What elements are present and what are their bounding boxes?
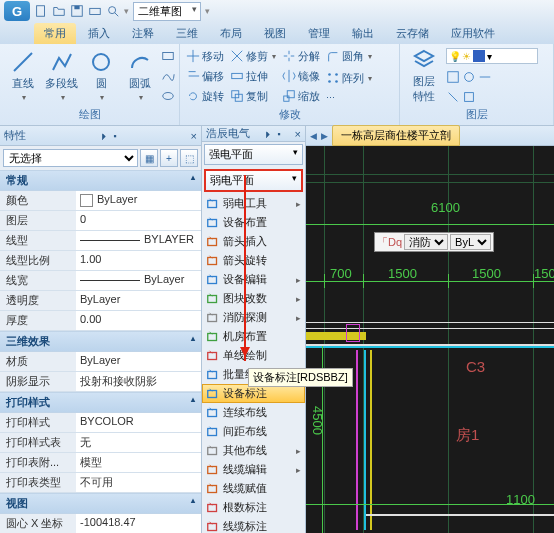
tab-prev[interactable]: ◀	[310, 131, 317, 141]
hc-item-弱电工具[interactable]: 弱电工具	[202, 194, 305, 213]
ribbon-tab-cloud[interactable]: 云存储	[386, 23, 439, 44]
hc-item-连续布线[interactable]: 连续布线	[202, 403, 305, 422]
svg-rect-31	[208, 371, 217, 378]
prop-row[interactable]: 透明度ByLayer	[0, 291, 201, 311]
float-combo-2[interactable]: ByL	[450, 234, 491, 250]
haochen-close[interactable]: ×	[295, 128, 301, 140]
properties-close[interactable]: ×	[191, 130, 197, 142]
hc-item-线缆赋值[interactable]: 线缆赋值	[202, 479, 305, 498]
move-button[interactable]: 移动	[184, 48, 226, 65]
hc-item-单线绘制[interactable]: 单线绘制	[202, 346, 305, 365]
prop-row[interactable]: 线宽ByLayer	[0, 271, 201, 291]
arc-button[interactable]: 圆弧	[122, 46, 159, 106]
trim-button[interactable]: 修剪	[228, 48, 278, 65]
hc-item-设备布置[interactable]: 设备布置	[202, 213, 305, 232]
ribbon-tab-common[interactable]: 常用	[34, 23, 76, 44]
stretch-button[interactable]: 拉伸	[228, 68, 278, 85]
svg-rect-3	[90, 8, 101, 14]
rotate-button[interactable]: 旋转	[184, 88, 226, 105]
ellipse-icon[interactable]	[161, 89, 175, 103]
ribbon-tab-3d[interactable]: 三维	[166, 23, 208, 44]
layer-props-button[interactable]: 图层 特性	[404, 46, 444, 106]
mirror-button[interactable]: 镜像	[280, 68, 322, 85]
svg-rect-0	[37, 6, 45, 17]
svg-rect-37	[208, 485, 217, 492]
layer-tool-1[interactable]	[446, 70, 460, 84]
prop-row[interactable]: 厚度0.00	[0, 311, 201, 331]
hc-item-线缆编辑[interactable]: 线缆编辑	[202, 460, 305, 479]
explode-button[interactable]: 分解	[280, 48, 322, 65]
floating-toolbar[interactable]: 「Dq 消防 ByL	[374, 232, 494, 252]
hc-item-其他布线[interactable]: 其他布线	[202, 441, 305, 460]
layer-combo[interactable]: 💡☀▾	[446, 48, 538, 64]
polyline-button[interactable]: 多段线	[43, 46, 80, 106]
prop-row[interactable]: 材质ByLayer	[0, 352, 201, 372]
hc-item-根数标注[interactable]: 根数标注	[202, 498, 305, 517]
modify-more[interactable]: ⋯	[324, 92, 374, 104]
circle-button[interactable]: 圆	[83, 46, 120, 106]
prop-row[interactable]: 打印表类型不可用	[0, 473, 201, 493]
ribbon-tab-layout[interactable]: 布局	[210, 23, 252, 44]
section-打印样式[interactable]: 打印样式	[0, 392, 201, 413]
prop-row[interactable]: 圆心 X 坐标-100418.47	[0, 514, 201, 533]
save-icon[interactable]	[70, 4, 84, 18]
section-常规[interactable]: 常规	[0, 170, 201, 191]
hc-item-消防探测[interactable]: 消防探测	[202, 308, 305, 327]
layer-tool-4[interactable]	[446, 90, 460, 104]
plot-icon[interactable]	[88, 4, 102, 18]
hc-item-机房布置[interactable]: 机房布置	[202, 327, 305, 346]
layer-tool-2[interactable]	[462, 70, 476, 84]
select-button[interactable]: ⬚	[180, 149, 198, 167]
section-视图[interactable]: 视图	[0, 493, 201, 514]
offset-button[interactable]: 偏移	[184, 68, 226, 85]
ribbon-tab-apps[interactable]: 应用软件	[441, 23, 505, 44]
drawing-tab[interactable]: 一栋高层商住楼平立剖	[332, 125, 460, 146]
prop-row[interactable]: 颜色ByLayer	[0, 191, 201, 211]
qselect-button[interactable]: ▦	[140, 149, 158, 167]
prop-row[interactable]: 线型比例1.00	[0, 251, 201, 271]
tab-next[interactable]: ▶	[321, 131, 328, 141]
prop-row[interactable]: 打印样式BYCOLOR	[0, 413, 201, 433]
hc-item-箭头旋转[interactable]: 箭头旋转	[202, 251, 305, 270]
ribbon-tab-output[interactable]: 输出	[342, 23, 384, 44]
rect-icon[interactable]	[161, 49, 175, 63]
drawing-canvas[interactable]: 6100 「Dq 消防 ByL 700 1500 1500 150	[306, 146, 554, 533]
prop-row[interactable]: 图层0	[0, 211, 201, 231]
svg-point-7	[93, 54, 109, 70]
ribbon-tab-view[interactable]: 视图	[254, 23, 296, 44]
prop-row[interactable]: 阴影显示投射和接收阴影	[0, 372, 201, 392]
layer-tool-3[interactable]	[478, 70, 492, 84]
spline-icon[interactable]	[161, 69, 175, 83]
ribbon-tab-insert[interactable]: 插入	[78, 23, 120, 44]
float-combo-1[interactable]: 消防	[404, 234, 448, 250]
copy-button[interactable]: 复制	[228, 88, 278, 105]
line-button[interactable]: 直线	[4, 46, 41, 106]
dim-1500a: 1500	[388, 266, 417, 281]
layer-tool-5[interactable]	[462, 90, 476, 104]
pickadd-button[interactable]: +	[160, 149, 178, 167]
section-三维效果[interactable]: 三维效果	[0, 331, 201, 352]
hc-item-线缆标注[interactable]: 线缆标注	[202, 517, 305, 533]
svg-rect-13	[284, 96, 289, 101]
svg-rect-10	[232, 73, 243, 78]
fillet-button[interactable]: 圆角	[324, 48, 374, 65]
hc-item-图块改数[interactable]: 图块改数	[202, 289, 305, 308]
svg-point-17	[328, 81, 331, 84]
selection-combo[interactable]: 无选择	[3, 149, 138, 167]
prop-row[interactable]: 打印样式表无	[0, 433, 201, 453]
prop-row[interactable]: 打印表附...模型	[0, 453, 201, 473]
hc-item-箭头插入[interactable]: 箭头插入	[202, 232, 305, 251]
new-icon[interactable]	[34, 4, 48, 18]
hc-item-设备编辑[interactable]: 设备编辑	[202, 270, 305, 289]
array-button[interactable]: 阵列	[324, 70, 374, 87]
ribbon-tab-manage[interactable]: 管理	[298, 23, 340, 44]
workspace-combo[interactable]: 二维草图	[133, 2, 201, 21]
weak-elec-combo[interactable]: 弱电平面	[204, 169, 303, 192]
strong-elec-combo[interactable]: 强电平面	[204, 144, 303, 165]
scale-button[interactable]: 缩放	[280, 88, 322, 105]
hc-item-间距布线[interactable]: 间距布线	[202, 422, 305, 441]
prop-row[interactable]: 线型BYLAYER	[0, 231, 201, 251]
preview-icon[interactable]	[106, 4, 120, 18]
open-icon[interactable]	[52, 4, 66, 18]
ribbon-tab-annotate[interactable]: 注释	[122, 23, 164, 44]
